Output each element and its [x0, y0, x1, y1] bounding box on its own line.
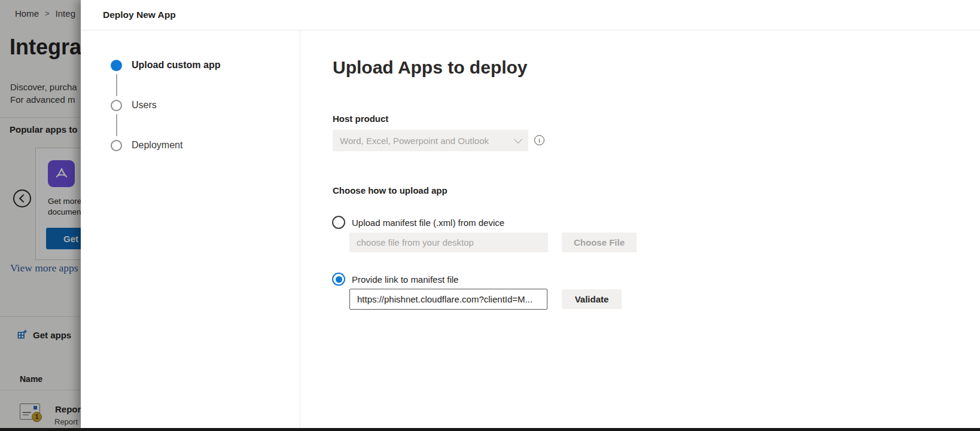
step-connector [116, 74, 117, 96]
window-bottom-edge [0, 428, 980, 431]
step-active-dot-icon [111, 60, 122, 71]
host-product-value: Word, Excel, Powerpoint and Outlook [340, 136, 515, 146]
wizard-content: Upload Apps to deploy Host product Word,… [300, 30, 980, 428]
step-deployment[interactable]: Deployment [111, 139, 300, 151]
panel-title: Deploy New App [103, 10, 176, 20]
radio-upload-manifest-file[interactable] [332, 216, 345, 229]
manifest-link-input[interactable] [349, 289, 547, 310]
host-product-label: Host product [333, 114, 388, 124]
chevron-down-icon [514, 135, 522, 143]
step-users[interactable]: Users [111, 99, 300, 111]
step-idle-dot-icon [111, 100, 122, 111]
choose-file-button[interactable]: Choose File [562, 233, 637, 252]
radio-provide-link[interactable] [332, 273, 345, 286]
step-upload-custom-app[interactable]: Upload custom app [111, 59, 300, 71]
manifest-file-input[interactable] [349, 233, 548, 252]
panel-header: Deploy New App [81, 0, 980, 30]
form-title: Upload Apps to deploy [333, 57, 528, 78]
radio-upload-manifest-file-label[interactable]: Upload manifest file (.xml) from device [352, 218, 504, 228]
host-product-dropdown[interactable]: Word, Excel, Powerpoint and Outlook [333, 130, 528, 151]
validate-button[interactable]: Validate [562, 289, 622, 309]
upload-method-label: Choose how to upload app [333, 185, 448, 195]
wizard-steps: Upload custom app Users Deployment [81, 30, 300, 428]
step-idle-dot-icon [111, 140, 122, 151]
screen: Home > Integ Integra Discover, purcha Fo… [0, 0, 980, 431]
info-icon[interactable]: i [534, 135, 544, 145]
step-connector [116, 114, 117, 136]
radio-provide-link-label[interactable]: Provide link to manifest file [352, 274, 458, 285]
deploy-new-app-panel: Deploy New App Upload custom app Users D… [81, 0, 980, 428]
